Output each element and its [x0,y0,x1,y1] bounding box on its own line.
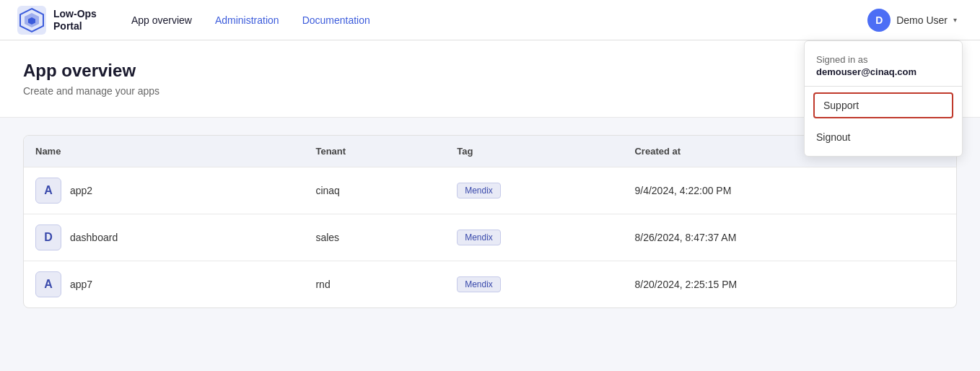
cell-name-1: D dashboard [24,214,304,261]
app-name-1: dashboard [70,232,118,243]
cell-tenant-1: sales [304,214,445,261]
user-avatar: D [867,9,891,32]
cell-name-2: A app7 [24,261,304,308]
brand-logo-link[interactable]: Low-OpsPortal [17,6,97,35]
table-row[interactable]: D dashboard sales Mendix 8/26/2024, 8:47… [24,214,956,261]
nav-link-documentation[interactable]: Documentation [294,9,379,32]
cell-tenant-2: rnd [304,261,445,308]
cell-created-at-2: 8/20/2024, 2:25:15 PM [623,261,956,308]
tag-badge-1: Mendix [457,230,501,245]
col-header-tag: Tag [445,136,623,167]
chevron-down-icon: ▾ [953,16,957,24]
tag-badge-0: Mendix [457,183,501,198]
app-icon-1: D [35,224,61,250]
nav-link-app-overview[interactable]: App overview [123,9,201,32]
col-header-name: Name [24,136,304,167]
apps-table-container: Name Tenant Tag Created at A app2 cinaq … [23,135,957,308]
dropdown-header: Signed in as demouser@cinaq.com [805,47,962,87]
user-menu-wrapper: D Demo User ▾ Signed in as demouser@cina… [862,6,963,35]
col-header-tenant: Tenant [304,136,445,167]
nav-link-administration[interactable]: Administration [206,9,288,32]
support-button[interactable]: Support [813,92,953,118]
navbar: Low-OpsPortal App overview Administratio… [0,0,980,40]
user-name: Demo User [896,14,948,26]
table-row[interactable]: A app2 cinaq Mendix 9/4/2024, 4:22:00 PM [24,167,956,214]
apps-table: Name Tenant Tag Created at A app2 cinaq … [24,136,956,307]
app-name-0: app2 [70,185,92,196]
cell-tenant-0: cinaq [304,167,445,214]
cell-created-at-1: 8/26/2024, 8:47:37 AM [623,214,956,261]
cell-tag-1: Mendix [445,214,623,261]
cell-tag-2: Mendix [445,261,623,308]
cell-name-0: A app2 [24,167,304,214]
signout-button[interactable]: Signout [805,124,962,150]
app-icon-0: A [35,178,61,204]
brand-logo-icon [17,6,46,35]
table-body: A app2 cinaq Mendix 9/4/2024, 4:22:00 PM… [24,167,956,308]
app-icon-2: A [35,271,61,297]
signed-in-label: Signed in as [816,54,950,65]
cell-tag-0: Mendix [445,167,623,214]
brand-name: Low-OpsPortal [53,8,97,32]
cell-created-at-0: 9/4/2024, 4:22:00 PM [623,167,956,214]
app-name-2: app7 [70,279,92,290]
table-row[interactable]: A app7 rnd Mendix 8/20/2024, 2:25:15 PM [24,261,956,308]
tag-badge-2: Mendix [457,276,501,292]
nav-links: App overview Administration Documentatio… [123,9,862,32]
user-menu-button[interactable]: D Demo User ▾ [862,6,963,35]
user-email: demouser@cinaq.com [816,66,950,77]
user-dropdown-menu: Signed in as demouser@cinaq.com Support … [804,40,963,157]
